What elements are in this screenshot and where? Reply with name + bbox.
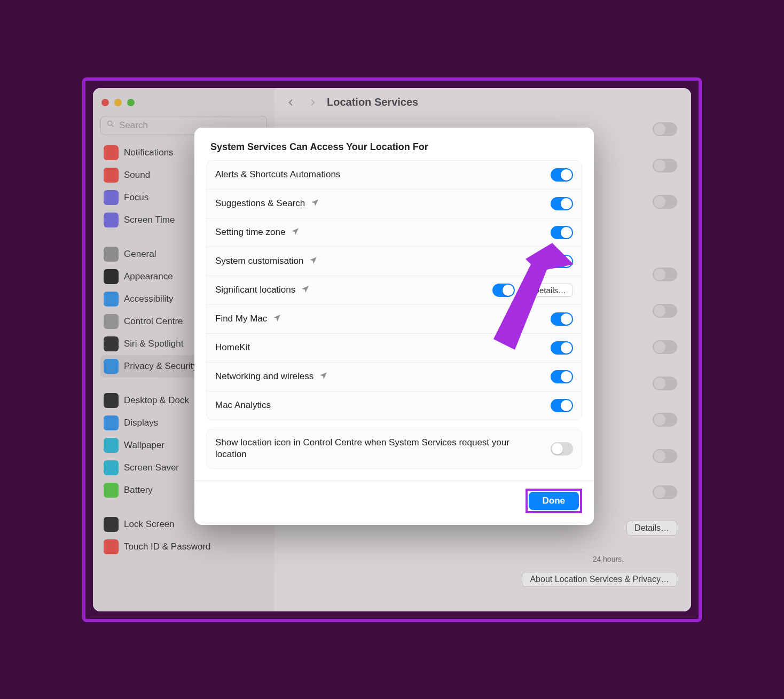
service-label: Significant locations (215, 285, 295, 295)
service-label: HomeKit (215, 342, 250, 353)
minimize-dot-icon[interactable] (114, 99, 122, 106)
close-dot-icon[interactable] (101, 99, 109, 106)
modal-footer: Done (194, 489, 594, 513)
sidebar-item-label: Privacy & Security (124, 361, 198, 372)
zoom-dot-icon[interactable] (127, 99, 135, 106)
search-placeholder: Search (119, 120, 148, 131)
service-row: Suggestions & Search (207, 190, 582, 218)
modal-title: System Services Can Access Your Location… (194, 142, 594, 160)
sidebar-item-icon (104, 393, 119, 408)
modal-separator (194, 481, 594, 481)
sidebar-item-icon (104, 247, 119, 262)
service-toggle[interactable] (551, 168, 573, 182)
sidebar-item-label: Desktop & Dock (124, 395, 189, 406)
service-row: Networking and wireless (207, 363, 582, 391)
sidebar-item-label: General (124, 249, 156, 260)
location-arrow-icon (319, 371, 328, 382)
sidebar-item-icon (104, 292, 119, 307)
main-header: Location Services (275, 88, 691, 117)
back-button[interactable] (284, 96, 298, 109)
service-row: Mac Analytics (207, 391, 582, 420)
bg-hours-text: 24 hours. (593, 555, 624, 563)
service-toggle[interactable] (551, 399, 573, 412)
service-label: Mac Analytics (215, 400, 271, 411)
bg-toggle[interactable] (653, 268, 677, 281)
bg-toggle[interactable] (653, 195, 677, 209)
modal-show-icon-group: Show location icon in Control Centre whe… (206, 429, 582, 469)
service-toggle[interactable] (551, 370, 573, 383)
page-title: Location Services (327, 96, 418, 108)
svg-marker-2 (493, 243, 574, 350)
sidebar-item-icon (104, 190, 119, 205)
annotation-arrow-icon (488, 243, 574, 352)
sidebar-item-label: Appearance (124, 271, 173, 282)
show-location-icon-row: Show location icon in Control Centre whe… (207, 429, 582, 469)
sidebar-item-icon (104, 415, 119, 430)
service-toggle[interactable] (551, 197, 573, 210)
sidebar-item-label: Control Centre (124, 316, 183, 327)
service-label: Suggestions & Search (215, 198, 305, 209)
sidebar-item-icon (104, 483, 119, 498)
service-label: System customisation (215, 256, 303, 266)
sidebar-item-label: Notifications (124, 147, 174, 158)
svg-point-0 (108, 121, 112, 125)
system-settings-window: Search NotificationsSoundFocusScreen Tim… (93, 88, 691, 611)
sidebar-item-icon (104, 539, 119, 554)
sidebar-item-label: Accessibility (124, 294, 174, 304)
sidebar-item-icon (104, 145, 119, 160)
sidebar-item-icon (104, 336, 119, 351)
bg-details-button[interactable]: Details… (626, 521, 677, 536)
service-toggle[interactable] (551, 226, 573, 239)
svg-line-1 (112, 125, 113, 127)
bg-toggle[interactable] (653, 159, 677, 172)
bg-toggle[interactable] (653, 449, 677, 463)
sidebar-item-icon (104, 213, 119, 227)
sidebar-item-label: Sound (124, 170, 150, 180)
sidebar-item[interactable]: Touch ID & Password (100, 536, 267, 558)
about-location-button[interactable]: About Location Services & Privacy… (522, 572, 677, 587)
service-label: Find My Mac (215, 313, 267, 324)
bg-toggle[interactable] (653, 122, 677, 136)
sidebar-item-label: Battery (124, 485, 153, 496)
location-arrow-icon (310, 198, 319, 209)
sidebar-item-icon (104, 168, 119, 183)
bg-toggle[interactable] (653, 485, 677, 499)
service-label: Setting time zone (215, 227, 285, 238)
search-icon (106, 120, 115, 131)
location-arrow-icon (301, 285, 310, 296)
service-label: Networking and wireless (215, 371, 313, 382)
sidebar-item-icon (104, 438, 119, 453)
service-label: Alerts & Shortcuts Automations (215, 169, 340, 180)
sidebar-item-icon (104, 359, 119, 374)
service-row: Alerts & Shortcuts Automations (207, 161, 582, 190)
forward-button[interactable] (305, 96, 319, 109)
sidebar-item-label: Focus (124, 192, 148, 203)
bg-toggle[interactable] (653, 340, 677, 354)
sidebar-item-icon (104, 314, 119, 329)
bg-toggle[interactable] (653, 376, 677, 390)
sidebar-item-label: Displays (124, 418, 158, 428)
sidebar-item-label: Touch ID & Password (124, 541, 211, 552)
sidebar-item-label: Lock Screen (124, 519, 175, 530)
done-button[interactable]: Done (529, 492, 579, 510)
location-arrow-icon (272, 313, 281, 325)
sidebar-item-icon (104, 460, 119, 475)
sidebar-item-label: Wallpaper (124, 440, 164, 451)
sidebar-item-label: Siri & Spotlight (124, 339, 184, 349)
bg-toggle[interactable] (653, 304, 677, 318)
sidebar-item-icon (104, 517, 119, 532)
done-highlight-box: Done (526, 489, 583, 513)
location-arrow-icon (291, 227, 300, 238)
sidebar-item-label: Screen Time (124, 215, 175, 225)
show-location-icon-label: Show location icon in Control Centre whe… (215, 437, 514, 461)
location-arrow-icon (309, 256, 318, 267)
window-traffic-lights (101, 99, 267, 106)
sidebar-item-label: Screen Saver (124, 462, 179, 473)
sidebar-item-icon (104, 269, 119, 284)
bg-toggle[interactable] (653, 413, 677, 427)
show-location-icon-toggle[interactable] (551, 442, 573, 455)
